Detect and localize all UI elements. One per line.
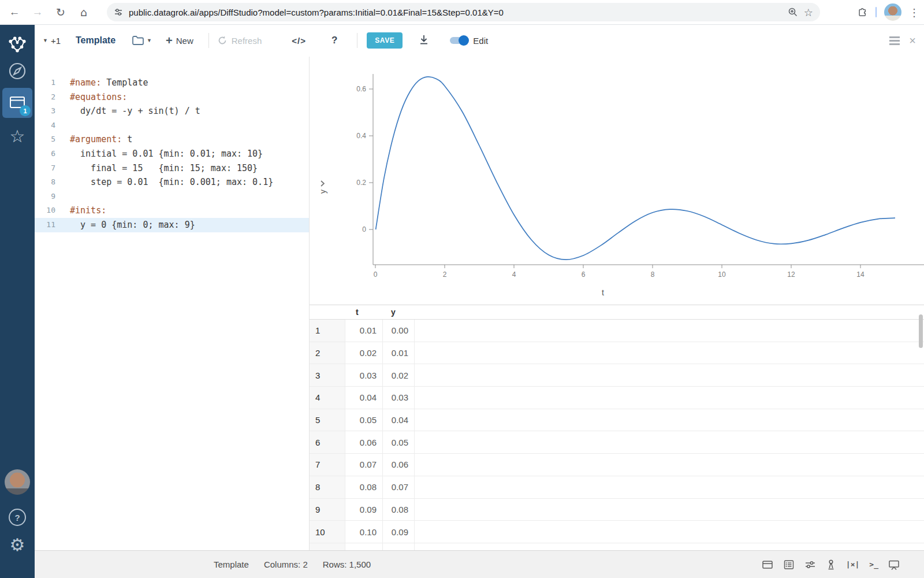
extensions-icon[interactable]	[856, 6, 868, 18]
browser-profile-avatar[interactable]	[884, 3, 901, 21]
column-header-t[interactable]: t	[345, 307, 383, 317]
user-avatar[interactable]	[5, 469, 30, 495]
toolbar-help-button[interactable]: ?	[331, 35, 337, 46]
table-row[interactable]: 60.060.05	[310, 431, 924, 454]
panel-menu-icon[interactable]	[889, 36, 900, 45]
cell-y[interactable]: 0.01	[383, 342, 415, 364]
editor-line[interactable]: 3 dy/dt = -y + sin(t) / t	[35, 104, 309, 118]
cell-t[interactable]: 0.04	[345, 387, 383, 409]
editor-line[interactable]: 9	[35, 190, 309, 204]
editor-line[interactable]: 8 step = 0.01 {min: 0.001; max: 0.1}	[35, 175, 309, 190]
windows-panel-icon[interactable]	[762, 559, 773, 570]
y-axis-column-selector[interactable]: y	[318, 174, 327, 194]
cell-y[interactable]: 0.09	[383, 521, 415, 543]
site-settings-icon[interactable]	[114, 8, 123, 17]
edit-toggle[interactable]	[450, 37, 467, 44]
model-title[interactable]: Template	[76, 35, 116, 46]
cell-t[interactable]: 0.09	[345, 499, 383, 521]
row-number-cell[interactable]: 5	[310, 409, 345, 431]
status-columns-count[interactable]: Columns: 2	[264, 560, 308, 569]
row-number-cell[interactable]: 10	[310, 521, 345, 543]
status-table-name[interactable]: Template	[214, 560, 249, 569]
row-number-cell[interactable]: 3	[310, 364, 345, 386]
row-number-cell[interactable]: 8	[310, 476, 345, 498]
editor-line[interactable]: 7 final = 15 {min: 15; max: 150}	[35, 161, 309, 176]
row-number-cell[interactable]: 9	[310, 499, 345, 521]
code-view-button[interactable]: </>	[292, 36, 306, 46]
status-rows-count[interactable]: Rows: 1,500	[323, 560, 371, 569]
save-button[interactable]: SAVE	[367, 32, 403, 49]
table-row[interactable]: 90.090.08	[310, 499, 924, 521]
row-number-cell[interactable]: 4	[310, 387, 345, 409]
favorites-star-icon[interactable]: ☆	[10, 126, 25, 146]
cell-t[interactable]: 0.03	[345, 364, 383, 386]
cell-y[interactable]: 0.03	[383, 387, 415, 409]
zoom-icon[interactable]	[788, 7, 798, 17]
editor-line[interactable]: 10#inits:	[35, 203, 309, 218]
browse-compass-icon[interactable]	[8, 61, 27, 81]
table-row[interactable]: 10.010.00	[310, 320, 924, 342]
table-row[interactable]: 50.050.04	[310, 409, 924, 432]
new-model-button[interactable]: + New	[166, 35, 193, 46]
cell-t[interactable]: 0.10	[345, 521, 383, 543]
row-number-cell[interactable]: 6	[310, 431, 345, 453]
refresh-button[interactable]: Refresh	[217, 35, 262, 46]
line-chart[interactable]: 00.20.40.602468101214t	[310, 57, 924, 305]
overflow-dropdown[interactable]: ▼ +1	[43, 36, 61, 46]
table-row[interactable]: 110.110.09	[310, 543, 924, 550]
table-row[interactable]: 20.020.01	[310, 342, 924, 365]
open-model-button[interactable]: ▼	[132, 35, 152, 46]
url-text[interactable]: public.datagrok.ai/apps/DiffStudio?model…	[129, 8, 782, 17]
table-row[interactable]: 70.070.06	[310, 454, 924, 476]
filters-sliders-icon[interactable]	[804, 559, 816, 570]
grid-scrollbar[interactable]	[919, 314, 923, 348]
presentation-icon[interactable]	[888, 559, 900, 570]
row-number-cell[interactable]: 1	[310, 320, 345, 342]
forward-icon[interactable]: →	[28, 2, 47, 22]
editor-line[interactable]: 5#argument: t	[35, 132, 309, 147]
row-number-cell[interactable]: 2	[310, 342, 345, 364]
cell-y[interactable]: 0.04	[383, 409, 415, 431]
cell-y[interactable]: 0.06	[383, 454, 415, 476]
table-row[interactable]: 100.100.09	[310, 521, 924, 543]
cell-y[interactable]: 0.09	[383, 543, 415, 550]
console-icon[interactable]: >_	[869, 560, 878, 569]
browser-menu-icon[interactable]: ⋮	[909, 6, 919, 18]
cell-t[interactable]: 0.06	[345, 431, 383, 453]
pawn-icon[interactable]	[826, 559, 836, 570]
editor-line[interactable]: 6 initial = 0.01 {min: 0.01; max: 10}	[35, 147, 309, 161]
cell-t[interactable]: 0.07	[345, 454, 383, 476]
datagrok-logo-icon[interactable]	[7, 36, 28, 53]
editor-line-active[interactable]: 11 y = 0 {min: 0; max: 9}	[35, 218, 309, 232]
cell-y[interactable]: 0.08	[383, 499, 415, 521]
table-row[interactable]: 40.040.03	[310, 387, 924, 409]
settings-gear-icon[interactable]: ⚙	[10, 536, 25, 554]
row-number-cell[interactable]: 11	[310, 543, 345, 550]
editor-line[interactable]: 4	[35, 118, 309, 133]
table-row[interactable]: 30.030.02	[310, 364, 924, 387]
panel-close-icon[interactable]: ×	[909, 34, 916, 47]
row-number-cell[interactable]: 7	[310, 454, 345, 476]
help-icon[interactable]: ?	[9, 509, 26, 526]
editor-line[interactable]: 2#equations:	[35, 90, 309, 105]
variables-icon[interactable]: |×|	[846, 560, 859, 569]
home-icon[interactable]: ⌂	[74, 2, 94, 22]
sidebar-item-windows-active[interactable]: 1	[2, 88, 32, 118]
table-row[interactable]: 80.080.07	[310, 476, 924, 499]
cell-y[interactable]: 0.05	[383, 431, 415, 453]
cell-y[interactable]: 0.07	[383, 476, 415, 498]
download-button[interactable]	[419, 34, 429, 47]
address-bar[interactable]: public.datagrok.ai/apps/DiffStudio?model…	[107, 3, 820, 21]
equation-editor[interactable]: 1#name: Template2#equations:3 dy/dt = -y…	[35, 57, 310, 550]
cell-t[interactable]: 0.08	[345, 476, 383, 498]
back-icon[interactable]: ←	[5, 2, 24, 22]
cell-t[interactable]: 0.01	[345, 320, 383, 342]
column-header-y[interactable]: y	[383, 307, 415, 317]
bookmark-star-icon[interactable]: ☆	[804, 6, 813, 18]
editor-line[interactable]: 1#name: Template	[35, 76, 309, 90]
cell-t[interactable]: 0.02	[345, 342, 383, 364]
reload-icon[interactable]: ↻	[51, 2, 70, 22]
cell-t[interactable]: 0.11	[345, 543, 383, 550]
cell-y[interactable]: 0.02	[383, 364, 415, 386]
columns-panel-icon[interactable]	[783, 559, 795, 570]
